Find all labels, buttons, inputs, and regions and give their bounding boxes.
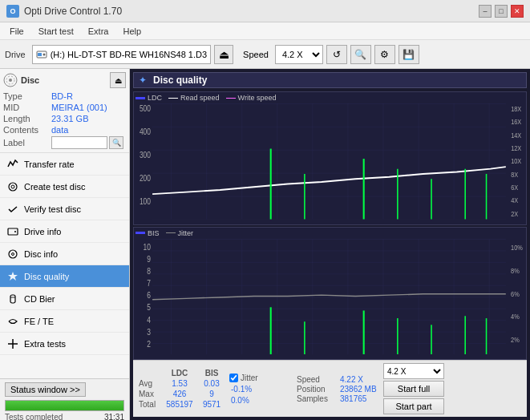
disc-label-input[interactable] [51,136,107,149]
nav-label-disc-quality: Disc quality [24,272,69,281]
save-button[interactable]: 💾 [399,45,419,64]
disc-type-value: BD-R [51,91,126,101]
config-button[interactable]: ⚙ [374,45,395,64]
nav-label-transfer-rate: Transfer rate [24,160,75,169]
charts-area: LDC Read speed Write speed [133,91,527,360]
svg-rect-17 [152,103,506,220]
menu-start-test[interactable]: Start test [32,25,80,38]
speed-selector[interactable]: 4.2 X [275,45,323,64]
jitter-max-row: 0.0% [229,395,293,405]
disc-length-label: Length [3,114,51,123]
disc-header-left: Disc [3,73,39,87]
svg-text:300: 300 [140,151,151,160]
menu-help[interactable]: Help [116,25,148,38]
nav-label-fe-te: FE / TE [24,317,54,326]
menu-extra[interactable]: Extra [82,25,115,38]
progress-bar-fill [6,401,123,410]
nav-item-drive-info[interactable]: Drive info [0,220,129,243]
nav-item-verify-test-disc[interactable]: Verify test disc [0,198,129,220]
status-window-button[interactable]: Status window >> [5,382,86,397]
svg-text:10%: 10% [511,242,523,251]
svg-text:9: 9 [147,253,151,263]
svg-text:2%: 2% [511,335,520,344]
lower-chart-legend: BIS Jitter [136,229,524,237]
jitter-checkbox[interactable] [229,374,238,382]
start-full-button[interactable]: Start full [383,381,444,397]
nav-icon-extra-tests [6,337,19,350]
nav-item-extra-tests[interactable]: Extra tests [0,333,129,355]
nav-icon-cd-bier [6,293,19,305]
svg-rect-50 [152,239,506,355]
speed-label: Speed [243,50,269,59]
ldc-label: LDC [148,94,162,102]
maximize-button[interactable]: □ [495,5,508,18]
refresh-button[interactable]: ↺ [326,45,347,64]
stats-avg-label: Avg [136,378,162,389]
svg-point-4 [9,79,12,82]
menu-file[interactable]: File [3,25,30,38]
menubar: File Start test Extra Help [0,22,530,40]
jitter-header-label: Jitter [241,374,258,382]
disc-label-label: Label [3,138,51,147]
scan-button[interactable]: 🔍 [350,45,371,64]
nav-item-disc-quality[interactable]: Disc quality [0,265,129,288]
nav-icon-disc-info [6,248,19,260]
chart-header-icon: ✦ [139,75,147,86]
svg-rect-2 [38,53,42,56]
speed-dropdown[interactable]: 4.2 X [383,363,444,379]
disc-length-row: Length 23.31 GB [3,114,126,123]
jitter-max-val: 0.0% [231,396,249,405]
svg-text:8X: 8X [511,171,519,179]
svg-text:2X: 2X [511,210,519,218]
stats-total-bis: 9571 [197,399,226,410]
titlebar-controls: – □ ✕ [479,5,524,18]
minimize-button[interactable]: – [479,5,492,18]
disc-type-label: Type [3,91,51,101]
bis-color [136,232,145,234]
svg-text:400: 400 [140,127,151,136]
samples-label: Samples [297,394,337,403]
nav-label-verify-test-disc: Verify test disc [24,204,81,214]
disc-contents-label: Contents [3,125,51,135]
jitter-header: Jitter [229,374,293,382]
svg-text:14X: 14X [511,131,522,139]
svg-marker-12 [8,272,18,281]
legend-write-speed: Write speed [226,94,277,102]
legend-read-speed: Read speed [168,94,220,102]
disc-eject-button[interactable]: ⏏ [110,72,126,88]
nav-item-create-test-disc[interactable]: Create test disc [0,176,129,198]
svg-point-10 [9,250,17,258]
progress-bar-container [5,400,124,411]
jitter-avg-row: -0.1% [229,384,293,394]
nav-item-disc-info[interactable]: Disc info [0,243,129,265]
nav-label-disc-info: Disc info [24,249,58,259]
svg-rect-13 [10,295,15,303]
nav-icon-disc-quality [6,270,19,283]
svg-text:7: 7 [147,278,151,288]
drive-selector[interactable]: (H:) HL-DT-ST BD-RE WH16NS48 1.D3 [32,45,211,64]
stats-row-max: Max 426 9 [136,389,226,399]
left-panel: Disc ⏏ Type BD-R MID MEIRA1 (001) Length… [0,69,130,420]
nav-item-transfer-rate[interactable]: Transfer rate [0,153,129,176]
disc-label-button[interactable]: 🔍 [109,136,123,149]
status-label: Tests completed [5,413,63,420]
stats-row-avg: Avg 1.53 0.03 [136,378,226,389]
eject-button[interactable]: ⏏ [214,45,233,64]
stats-table: LDC BIS Avg 1.53 0.03 Max 426 9 [136,368,226,410]
nav-item-fe-te[interactable]: FE / TE [0,310,129,333]
app-icon: O [6,5,19,18]
right-panel: ✦ Disc quality LDC Read speed [130,69,530,420]
disc-section: Disc ⏏ Type BD-R MID MEIRA1 (001) Length… [0,69,129,153]
svg-text:4: 4 [147,314,151,324]
nav-item-cd-bier[interactable]: CD Bier [0,288,129,310]
jitter-stats: Jitter -0.1% 0.0% [229,374,293,405]
main-area: Disc ⏏ Type BD-R MID MEIRA1 (001) Length… [0,69,530,420]
disc-length-value: 23.31 GB [51,114,126,123]
start-part-button[interactable]: Start part [383,398,444,414]
close-button[interactable]: ✕ [511,5,524,18]
stats-avg-bis: 0.03 [197,378,226,389]
svg-point-11 [12,252,14,255]
disc-header: Disc ⏏ [3,72,126,88]
write-speed-color [226,98,236,99]
upper-chart-container: LDC Read speed Write speed [133,91,527,225]
